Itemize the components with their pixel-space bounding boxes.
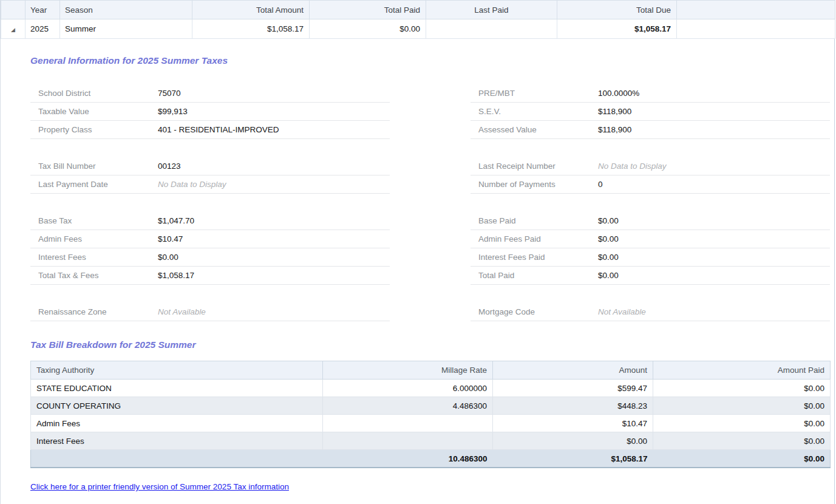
breakdown-row-state-education: STATE EDUCATION 6.000000 $599.47 $0.00 <box>31 380 831 397</box>
expander-cell: ◢ <box>1 19 25 39</box>
general-info-group-1: School District 75070 Taxable Value $99,… <box>30 84 834 139</box>
cell-millage-rate <box>323 415 493 432</box>
cell-amount: $10.47 <box>493 415 653 432</box>
field-value: $1,047.70 <box>158 216 194 225</box>
field-value: 0 <box>598 180 603 189</box>
field-value-empty: Not Available <box>598 307 646 316</box>
field-row-sev: S.E.V. $118,900 <box>471 103 830 121</box>
field-value: $1,058.17 <box>158 271 194 280</box>
field-label: Tax Bill Number <box>38 162 158 171</box>
general-info-right-column: Last Receipt Number No Data to Display N… <box>471 157 830 194</box>
field-row-base-tax: Base Tax $1,047.70 <box>30 212 390 230</box>
col-header-total-due[interactable]: Total Due <box>557 1 677 19</box>
field-value-empty: No Data to Display <box>598 162 667 171</box>
field-row-admin-fees: Admin Fees $10.47 <box>30 230 390 248</box>
totals-amount: $1,058.17 <box>493 450 653 468</box>
summary-row[interactable]: ◢ 2025 Summer $1,058.17 $0.00 $1,058.17 <box>1 19 835 39</box>
field-value: $10.47 <box>158 234 183 243</box>
totals-spacer-cell <box>31 450 323 468</box>
field-row-taxable-value: Taxable Value $99,913 <box>30 103 390 121</box>
col-header-year[interactable]: Year <box>25 1 60 19</box>
field-label: PRE/MBT <box>478 89 598 98</box>
field-value: $118,900 <box>598 107 631 116</box>
general-info-left-column: Renaissance Zone Not Available <box>30 303 390 321</box>
field-value: 00123 <box>158 162 181 171</box>
field-label: Renaissance Zone <box>38 307 158 316</box>
summary-last-paid-cell <box>426 19 557 39</box>
expander-column-header <box>1 1 25 19</box>
breakdown-row-interest-fees: Interest Fees $0.00 $0.00 <box>31 432 831 450</box>
general-info-left-column: Tax Bill Number 00123 Last Payment Date … <box>30 157 390 194</box>
general-info-right-column: PRE/MBT 100.0000% S.E.V. $118,900 Assess… <box>471 84 830 139</box>
field-value: $0.00 <box>598 271 619 280</box>
field-label: Base Tax <box>38 216 158 225</box>
field-label: Mortgage Code <box>478 307 598 316</box>
cell-taxing-authority: Admin Fees <box>31 415 323 432</box>
field-label: Admin Fees <box>38 234 158 243</box>
col-header-taxing-authority: Taxing Authority <box>31 361 323 380</box>
field-label: Interest Fees <box>38 253 158 262</box>
summary-grid-header-row: Year Season Total Amount Total Paid Last… <box>1 1 835 19</box>
general-info-right-column: Mortgage Code Not Available <box>471 303 830 321</box>
field-label: Interest Fees Paid <box>478 253 598 262</box>
general-info-group-3: Base Tax $1,047.70 Admin Fees $10.47 Int… <box>30 212 834 285</box>
field-value: $0.00 <box>598 234 619 243</box>
field-value: $0.00 <box>598 253 619 262</box>
summary-total-paid-cell: $0.00 <box>310 19 426 39</box>
field-row-mortgage-code: Mortgage Code Not Available <box>471 303 830 321</box>
field-row-renaissance-zone: Renaissance Zone Not Available <box>30 303 390 321</box>
field-label: Assessed Value <box>478 125 598 134</box>
field-row-property-class: Property Class 401 - RESIDENTIAL-IMPROVE… <box>30 121 390 139</box>
cell-amount-paid: $0.00 <box>653 397 831 415</box>
printer-friendly-link[interactable]: Click here for a printer friendly versio… <box>30 482 289 491</box>
col-header-last-paid[interactable]: Last Paid <box>426 1 557 19</box>
field-value: $118,900 <box>598 125 631 134</box>
field-label: School District <box>38 89 158 98</box>
field-row-school-district: School District 75070 <box>30 84 390 103</box>
totals-amount-paid: $0.00 <box>653 450 831 468</box>
field-label: Number of Payments <box>478 180 598 189</box>
breakdown-totals-row: 10.486300 $1,058.17 $0.00 <box>31 450 831 468</box>
cell-taxing-authority: STATE EDUCATION <box>31 380 323 397</box>
field-value: $0.00 <box>598 216 619 225</box>
field-row-interest-fees-paid: Interest Fees Paid $0.00 <box>471 248 830 267</box>
col-header-filler <box>677 1 835 19</box>
field-label: Property Class <box>38 125 158 134</box>
field-label: Last Payment Date <box>38 180 158 189</box>
totals-millage-rate: 10.486300 <box>323 450 493 468</box>
field-value: $0.00 <box>158 253 178 262</box>
field-row-assessed-value: Assessed Value $118,900 <box>471 121 830 139</box>
summary-total-amount-cell: $1,058.17 <box>192 19 310 39</box>
breakdown-row-admin-fees: Admin Fees $10.47 $0.00 <box>31 415 831 432</box>
field-row-admin-fees-paid: Admin Fees Paid $0.00 <box>471 230 830 248</box>
field-row-pre-mbt: PRE/MBT 100.0000% <box>471 84 830 103</box>
tax-detail-page: Year Season Total Amount Total Paid Last… <box>0 0 835 504</box>
cell-millage-rate: 4.486300 <box>323 397 493 415</box>
general-info-left-column: Base Tax $1,047.70 Admin Fees $10.47 Int… <box>30 212 390 285</box>
breakdown-header-row: Taxing Authority Millage Rate Amount Amo… <box>31 361 831 380</box>
field-label: Total Paid <box>478 271 598 280</box>
cell-amount-paid: $0.00 <box>653 432 831 450</box>
cell-taxing-authority: COUNTY OPERATING <box>31 397 323 415</box>
field-label: Last Receipt Number <box>478 162 598 171</box>
breakdown-table: Taxing Authority Millage Rate Amount Amo… <box>30 361 831 468</box>
col-header-total-paid[interactable]: Total Paid <box>310 1 426 19</box>
summary-grid: Year Season Total Amount Total Paid Last… <box>1 0 835 39</box>
field-row-base-paid: Base Paid $0.00 <box>471 212 830 230</box>
summary-filler-cell <box>677 19 835 39</box>
breakdown-heading: Tax Bill Breakdown for 2025 Summer <box>30 339 834 350</box>
col-header-total-amount[interactable]: Total Amount <box>192 1 310 19</box>
collapse-row-icon[interactable]: ◢ <box>11 27 15 33</box>
general-info-left-column: School District 75070 Taxable Value $99,… <box>30 84 390 139</box>
summary-season-cell: Summer <box>60 19 192 39</box>
detail-panel: General Information for 2025 Summer Taxe… <box>1 39 834 492</box>
col-header-amount-paid: Amount Paid <box>653 361 831 380</box>
cell-amount: $0.00 <box>493 432 653 450</box>
general-info-group-2: Tax Bill Number 00123 Last Payment Date … <box>30 157 834 194</box>
field-row-number-of-payments: Number of Payments 0 <box>471 175 830 194</box>
col-header-season[interactable]: Season <box>60 1 192 19</box>
field-row-total-paid: Total Paid $0.00 <box>471 267 830 285</box>
field-label: S.E.V. <box>478 107 598 116</box>
field-row-last-receipt-number: Last Receipt Number No Data to Display <box>471 157 830 175</box>
col-header-amount: Amount <box>493 361 653 380</box>
